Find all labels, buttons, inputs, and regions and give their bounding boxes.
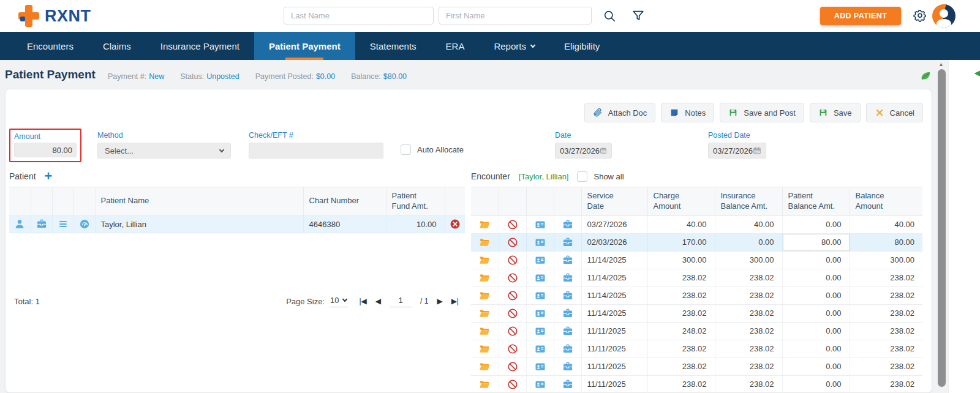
- encounter-case-icon[interactable]: [562, 308, 573, 319]
- date-picker[interactable]: 03/27/2026: [555, 143, 612, 159]
- nav-tab-claims[interactable]: Claims: [88, 32, 146, 60]
- patient-balance-cell[interactable]: 0.00: [782, 251, 850, 269]
- open-encounter-icon[interactable]: [479, 219, 490, 230]
- cancel-button[interactable]: Cancel: [866, 103, 923, 122]
- void-encounter-icon[interactable]: [507, 308, 518, 319]
- nav-tab-encounters[interactable]: Encounters: [12, 32, 88, 60]
- open-encounter-icon[interactable]: [479, 290, 490, 301]
- last-name-input[interactable]: [284, 7, 434, 24]
- amount-input[interactable]: [14, 143, 77, 157]
- encounter-row[interactable]: 11/14/2025238.02238.020.00238.02: [471, 286, 922, 304]
- encounter-row[interactable]: 02/03/2026170.000.0080.0080.00: [471, 233, 922, 251]
- patient-card-icon[interactable]: [535, 308, 546, 319]
- first-name-input[interactable]: [439, 7, 592, 24]
- vertical-scrollbar-thumb[interactable]: [938, 69, 946, 387]
- save-and-post-button[interactable]: Save and Post: [720, 103, 804, 122]
- void-encounter-icon[interactable]: [507, 343, 518, 354]
- patient-menu-icon[interactable]: [58, 219, 69, 230]
- encounter-row[interactable]: 11/11/2025238.02238.020.00238.02: [471, 340, 922, 357]
- open-encounter-icon[interactable]: [479, 326, 490, 337]
- auto-allocate-checkbox[interactable]: [401, 144, 411, 155]
- encounter-row[interactable]: 11/14/2025238.02238.020.00238.02: [471, 304, 922, 322]
- nav-tab-reports[interactable]: Reports: [479, 32, 549, 60]
- open-encounter-icon[interactable]: [479, 255, 490, 266]
- patient-balance-cell[interactable]: 0.00: [782, 357, 850, 375]
- gear-icon[interactable]: [913, 9, 927, 23]
- void-encounter-icon[interactable]: [507, 272, 518, 283]
- patient-row[interactable]: Taylor, Lillian464638010.00: [9, 215, 465, 233]
- encounter-row[interactable]: 11/14/2025238.02238.020.00238.02: [471, 269, 922, 286]
- patient-balance-cell[interactable]: 0.00: [782, 322, 850, 340]
- patient-card-icon[interactable]: [535, 379, 546, 390]
- search-icon[interactable]: [603, 9, 616, 23]
- add-patient-button[interactable]: ADD PATIENT: [820, 7, 901, 25]
- patient-card-icon[interactable]: [535, 237, 546, 248]
- last-page-button[interactable]: ▶|: [451, 297, 459, 305]
- nav-tab-era[interactable]: ERA: [431, 32, 480, 60]
- patient-balance-cell[interactable]: 0.00: [782, 304, 850, 322]
- rxnt-logo[interactable]: RXNT: [18, 5, 91, 27]
- add-patient-row-icon[interactable]: +: [45, 170, 53, 182]
- patient-card-icon[interactable]: [535, 255, 546, 266]
- void-encounter-icon[interactable]: [507, 361, 518, 372]
- patient-balance-cell[interactable]: 80.00: [782, 233, 850, 251]
- encounter-case-icon[interactable]: [562, 237, 573, 248]
- patient-card-icon[interactable]: [535, 343, 546, 354]
- nav-tab-eligibility[interactable]: Eligibility: [549, 32, 614, 60]
- patient-balance-cell[interactable]: 0.00: [782, 286, 850, 304]
- open-encounter-icon[interactable]: [479, 343, 490, 354]
- patient-card-icon[interactable]: [535, 326, 546, 337]
- leaf-icon[interactable]: [919, 70, 932, 82]
- open-encounter-icon[interactable]: [479, 379, 490, 390]
- encounter-case-icon[interactable]: [562, 326, 573, 337]
- posted-date-picker[interactable]: 03/27/2026: [708, 143, 766, 159]
- notes-button[interactable]: Notes: [661, 103, 714, 122]
- void-encounter-icon[interactable]: [507, 237, 518, 248]
- encounter-row[interactable]: 11/14/2025300.00300.000.00300.00: [471, 251, 922, 269]
- void-encounter-icon[interactable]: [507, 290, 518, 301]
- patient-dashboard-icon[interactable]: [79, 219, 90, 230]
- encounter-case-icon[interactable]: [562, 272, 573, 283]
- open-encounter-icon[interactable]: [479, 272, 490, 283]
- encounter-row[interactable]: 11/11/2025248.02238.020.00238.02: [471, 322, 922, 340]
- first-page-button[interactable]: |◀: [359, 297, 366, 305]
- user-avatar[interactable]: [932, 4, 956, 28]
- encounter-row[interactable]: 11/11/2025238.02238.020.00238.02: [471, 357, 922, 375]
- remove-patient-icon[interactable]: [450, 219, 461, 230]
- patient-balance-cell[interactable]: 0.00: [782, 340, 850, 357]
- prev-page-button[interactable]: ◀: [375, 297, 381, 305]
- encounter-case-icon[interactable]: [562, 290, 573, 301]
- attach-doc-button[interactable]: Attach Doc: [584, 103, 656, 122]
- next-page-button[interactable]: ▶: [437, 297, 442, 305]
- patient-case-icon[interactable]: [36, 219, 47, 230]
- open-encounter-icon[interactable]: [479, 361, 490, 372]
- encounter-case-icon[interactable]: [562, 361, 573, 372]
- show-all-checkbox[interactable]: [577, 171, 587, 182]
- encounter-case-icon[interactable]: [562, 255, 573, 266]
- check-eft-input[interactable]: [249, 143, 383, 159]
- patient-card-icon[interactable]: [535, 272, 546, 283]
- void-encounter-icon[interactable]: [507, 326, 518, 337]
- page-number-input[interactable]: 1: [390, 296, 412, 307]
- method-select[interactable]: Select...: [97, 143, 231, 159]
- save-button[interactable]: Save: [810, 103, 861, 122]
- void-encounter-icon[interactable]: [507, 255, 518, 266]
- patient-balance-cell[interactable]: 0.00: [782, 375, 850, 393]
- filter-icon[interactable]: [631, 9, 645, 23]
- scroll-up-arrow-icon[interactable]: ▲: [938, 61, 944, 67]
- encounter-case-icon[interactable]: [562, 379, 573, 390]
- patient-balance-cell[interactable]: 0.00: [782, 215, 850, 233]
- patient-card-icon[interactable]: [535, 290, 546, 301]
- encounter-row[interactable]: 03/27/202640.0040.000.0040.00: [471, 215, 922, 233]
- nav-tab-statements[interactable]: Statements: [355, 32, 431, 60]
- nav-tab-patient-payment[interactable]: Patient Payment: [254, 32, 355, 60]
- void-encounter-icon[interactable]: [507, 219, 518, 230]
- void-encounter-icon[interactable]: [507, 379, 518, 390]
- patient-demographics-icon[interactable]: [14, 219, 25, 230]
- encounter-row[interactable]: 11/11/2025238.02238.020.00238.02: [471, 375, 922, 393]
- open-encounter-icon[interactable]: [479, 308, 490, 319]
- patient-card-icon[interactable]: [535, 219, 546, 230]
- collapse-panel-arrow-icon[interactable]: ◀: [974, 67, 980, 78]
- open-encounter-icon[interactable]: [479, 237, 490, 248]
- encounter-case-icon[interactable]: [562, 343, 573, 354]
